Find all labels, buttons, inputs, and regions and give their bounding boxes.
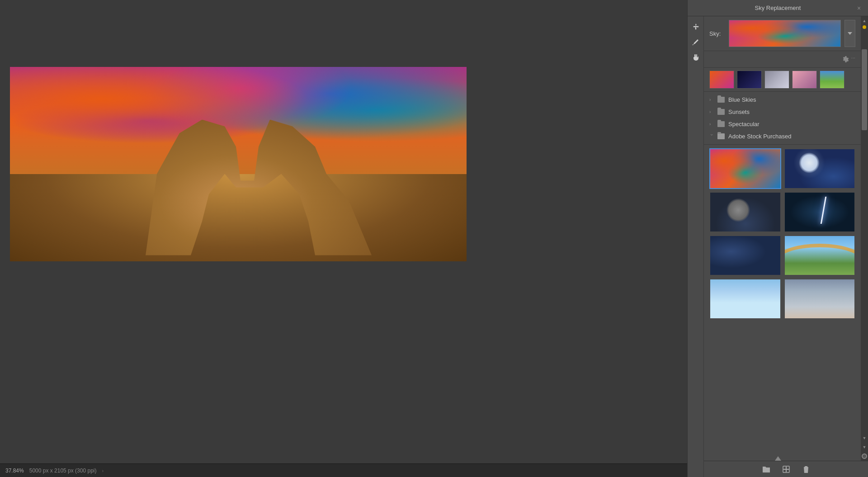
thumbnail-pink[interactable] [792,71,817,89]
sky-dropdown-button[interactable] [844,20,855,47]
thumbnail-night[interactable] [737,71,762,89]
stock-image-3-content [710,193,780,231]
stock-image-7-content [710,279,780,318]
folder-button[interactable] [760,463,773,476]
right-panel: Sky Replacement × [687,0,868,477]
delete-button[interactable] [800,463,812,476]
hand-tool-button[interactable] [688,51,704,64]
category-arrow-spectacular: › [709,122,714,127]
settings-row: ... [704,51,861,68]
category-sunsets[interactable]: › Sunsets [704,106,861,118]
tool-sidebar [688,16,704,477]
scrollbar-down-arrow-2[interactable]: ▼ [861,443,868,452]
scrollbar-up-arrow[interactable]: ▲ [861,16,868,25]
scroll-handle-circle [862,453,867,459]
panel-header: Sky Replacement × [688,0,868,16]
yellow-indicator [863,25,866,29]
image-dimensions: 5000 px x 2105 px (300 ppi) [29,468,97,474]
app-container: 37.84% 5000 px x 2105 px (300 ppi) › Sky… [0,0,868,477]
scroll-up-indicator [775,456,781,461]
scroll-handle[interactable] [861,452,868,461]
category-adobe-stock[interactable]: › Adobe Stock Purchased [704,130,861,142]
close-button[interactable]: × [854,4,863,13]
thumbnail-sunset[interactable] [709,71,734,89]
stock-image-4-content [785,193,855,231]
canvas-area: 37.84% 5000 px x 2105 px (300 ppi) › [0,0,687,477]
stock-section [704,145,861,461]
sky-selector-row: Sky: [704,16,861,51]
thumbnail-field[interactable] [820,71,844,89]
sky-preview-image [729,20,840,47]
panel-with-scrollbar: Sky: [704,16,868,461]
panel-title: Sky Replacement [755,5,801,11]
status-bar: 37.84% 5000 px x 2105 px (300 ppi) › [0,463,687,477]
folder-icon-adobe-stock [717,133,725,139]
stock-image-1-content [710,149,780,188]
scrollable-content: Sky: [704,16,861,461]
category-blue-skies[interactable]: › Blue Skies [704,94,861,106]
stock-image-5[interactable] [709,235,781,276]
stock-image-2[interactable] [784,148,856,189]
stock-image-6[interactable] [784,235,856,276]
stock-image-4[interactable] [784,192,856,232]
stock-image-8[interactable] [784,279,856,319]
category-label-spectacular: Spectacular [728,121,760,128]
sky-label: Sky: [709,30,725,37]
settings-dots: ... [851,54,855,65]
ground-portion [10,174,467,262]
move-tool-button[interactable] [688,20,704,33]
folder-icon-sunsets [717,109,725,115]
category-arrow-adobe-stock: › [709,134,714,139]
stock-grid [709,148,855,319]
stock-image-1[interactable] [709,148,781,189]
stock-image-5-content [710,236,780,275]
status-arrow: › [102,468,104,473]
scrollbar-thumb [862,49,867,130]
category-arrow-sunsets: › [709,109,714,114]
category-list: › Blue Skies › Sunsets › [704,92,861,145]
main-canvas-image [10,67,467,261]
sky-preview-container[interactable] [729,20,841,47]
folder-icon-blue-skies [717,97,725,103]
panel-right-scrollbar: ▲ ▼ ▼ [861,16,868,461]
stock-image-7[interactable] [709,279,781,319]
stock-image-2-content [785,149,855,188]
category-spectacular[interactable]: › Spectacular [704,118,861,130]
zoom-level[interactable]: 37.84% [5,468,24,474]
brush-tool-button[interactable] [688,35,704,49]
category-label-blue-skies: Blue Skies [728,96,756,103]
panel-content: Sky: [704,16,868,477]
scrollbar-track[interactable] [861,29,868,434]
stock-image-6-content [785,236,855,275]
gear-button[interactable] [840,54,851,65]
sky-thumbnails-row [704,68,861,92]
category-label-adobe-stock: Adobe Stock Purchased [728,133,791,140]
folder-icon-spectacular [717,121,725,127]
bottom-toolbar [704,461,868,477]
add-button[interactable] [780,463,793,476]
stock-image-3[interactable] [709,192,781,232]
category-arrow-blue-skies: › [709,97,714,102]
svg-rect-1 [783,469,789,470]
scrollbar-down-arrow-1[interactable]: ▼ [861,434,868,443]
rock-arch [146,120,372,255]
thumbnail-cloudy[interactable] [764,71,789,89]
canvas-image-area [0,0,687,463]
panel-body: Sky: [688,16,868,477]
stock-image-8-content [785,279,855,318]
category-label-sunsets: Sunsets [728,109,750,115]
